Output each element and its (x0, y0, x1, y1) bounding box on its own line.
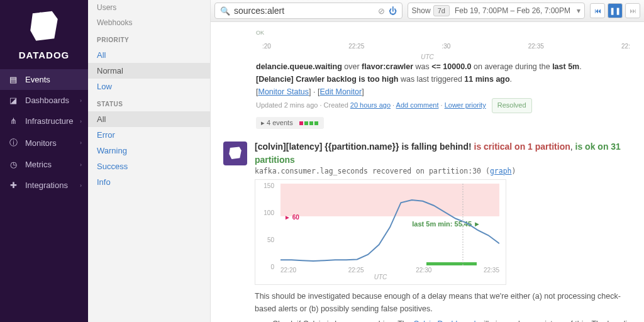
pause-button[interactable]: ❚❚ (608, 3, 623, 18)
brand-name: DATADOG (19, 50, 70, 60)
chevron-right-icon: › (80, 140, 82, 146)
nav-item-integrations[interactable]: ✚Integrations› (0, 175, 88, 196)
priority-filter-normal[interactable]: Normal (88, 63, 210, 79)
chevron-right-icon: › (80, 162, 82, 168)
time-range-picker[interactable]: Show 7d Feb 19, 7:00PM – Feb 26, 7:00PM … (408, 3, 585, 19)
status-filter-error[interactable]: Error (88, 127, 210, 143)
event-colvin: [colvin][latency] {{partition.name}} is … (218, 140, 636, 322)
event-subtitle: kafka.consumer.lag_seconds recovered on … (255, 167, 636, 175)
chevron-right-icon: › (80, 182, 82, 189)
nav-icon: ◷ (8, 160, 19, 169)
left-nav: DATADOG ▤Events◪Dashboards›⋔Infrastructu… (0, 0, 88, 322)
chevron-right-icon: › (80, 118, 82, 125)
chevron-down-icon: ▾ (577, 6, 580, 15)
nav-icon: ▤ (8, 75, 19, 84)
ok-label: OK (256, 30, 264, 36)
chevron-right-icon: › (80, 97, 82, 104)
nav-item-monitors[interactable]: ⓘMonitors› (0, 131, 88, 154)
monitor-status-link[interactable]: Monitor Status (258, 87, 309, 96)
nav-icon: ⋔ (8, 116, 19, 126)
datadog-logo-icon (25, 9, 64, 45)
clear-search-icon[interactable]: ⊘ (378, 6, 385, 16)
power-icon[interactable]: ⏻ (389, 6, 397, 16)
rewind-button[interactable]: ⏮ (590, 3, 605, 18)
chart-utc-label: UTC (262, 274, 499, 280)
status-filter-success[interactable]: Success (88, 158, 210, 174)
main-column: 🔍 ⊘ ⏻ Show 7d Feb 19, 7:00PM – Feb 26, 7… (211, 0, 644, 322)
brand-logo[interactable]: DATADOG (19, 5, 70, 67)
top-toolbar: 🔍 ⊘ ⏻ Show 7d Feb 19, 7:00PM – Feb 26, 7… (211, 0, 644, 22)
status-filter-info[interactable]: Info (88, 174, 210, 190)
colvin-dashboard-link[interactable]: Colvin Dashboard (413, 319, 475, 322)
mini-chart: OK :20 22:25 :30 22:35 22: (218, 25, 636, 50)
priority-filter-all[interactable]: All (88, 47, 210, 63)
range-preset[interactable]: 7d (433, 5, 450, 16)
nav-item-events[interactable]: ▤Events (0, 69, 88, 90)
event-delancie: delancie.queue.waiting over flavor:crawl… (256, 60, 636, 113)
event-description: This should be investigated because enou… (255, 290, 636, 322)
created-time-link[interactable]: 20 hours ago (350, 101, 391, 109)
sub-events-toggle[interactable]: ▸ 4 events (256, 117, 324, 129)
nav-icon: ◪ (8, 96, 19, 105)
lower-priority-link[interactable]: Lower priority (445, 101, 486, 109)
edit-monitor-link[interactable]: Edit Monitor (319, 87, 362, 96)
event-stream: OK :20 22:25 :30 22:35 22: UTC delancie.… (211, 22, 644, 322)
sidebar-top-webhooks[interactable]: Webhooks (88, 15, 210, 30)
search-input[interactable] (234, 6, 374, 16)
monitor-avatar-icon (223, 142, 247, 165)
status-filter-all[interactable]: All (88, 111, 210, 127)
nav-item-dashboards[interactable]: ◪Dashboards› (0, 90, 88, 111)
graph-link[interactable]: graph (490, 167, 512, 175)
nav-icon: ⓘ (8, 137, 19, 148)
sidebar-top-users[interactable]: Users (88, 0, 210, 15)
event-title: [colvin][latency] {{partition.name}} is … (255, 140, 636, 167)
nav-icon: ✚ (8, 180, 19, 190)
show-label: Show (412, 6, 431, 15)
resolved-badge[interactable]: Resolved (492, 98, 532, 113)
filter-sidebar: Users Webhooks PRIORITY AllNormalLow STA… (88, 0, 211, 322)
lag-chart: 150 100 50 0 ► 60 last 5m min: 55.45 ► (255, 179, 506, 285)
nav-item-metrics[interactable]: ◷Metrics› (0, 154, 88, 175)
mini-utc-label: UTC (218, 53, 636, 60)
playback-controls: ⏮ ❚❚ ⏭ (590, 3, 640, 18)
status-header: STATUS (88, 94, 210, 111)
search-box[interactable]: 🔍 ⊘ ⏻ (214, 3, 402, 19)
priority-filter-low[interactable]: Low (88, 79, 210, 94)
range-text: Feb 19, 7:00PM – Feb 26, 7:00PM (452, 6, 573, 15)
search-icon: 🔍 (220, 6, 230, 16)
add-comment-link[interactable]: Add comment (396, 101, 439, 109)
status-filter-warning[interactable]: Warning (88, 143, 210, 158)
priority-header: PRIORITY (88, 30, 210, 47)
nav-item-infrastructure[interactable]: ⋔Infrastructure› (0, 111, 88, 131)
forward-button[interactable]: ⏭ (625, 3, 640, 18)
